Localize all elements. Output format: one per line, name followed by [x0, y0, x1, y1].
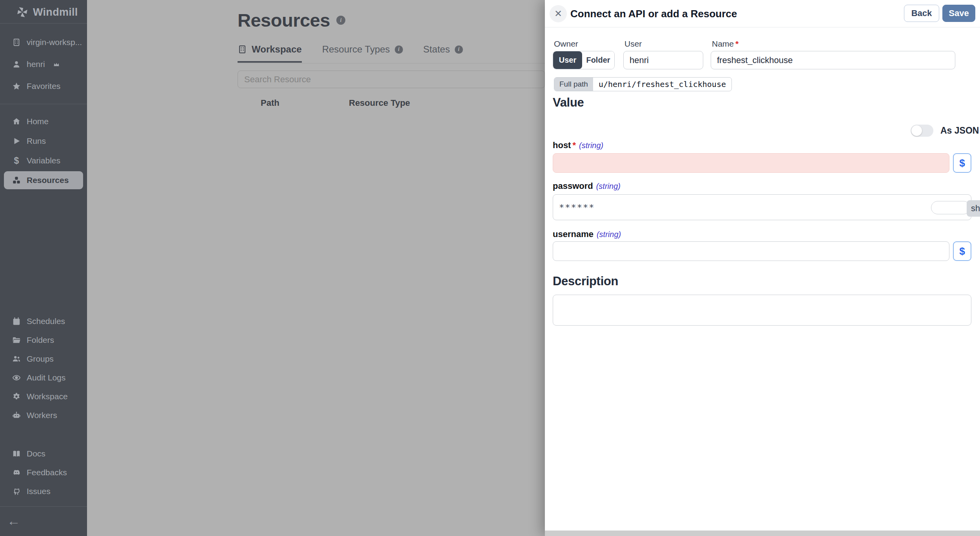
- windmill-pinwheel-icon: [16, 5, 29, 19]
- info-icon[interactable]: i: [455, 45, 463, 54]
- description-heading: Description: [553, 274, 618, 288]
- nav-label: Issues: [27, 487, 51, 496]
- divider: [0, 104, 87, 104]
- tab-label: Workspace: [252, 44, 302, 55]
- sidebar: Windmill virgin-worksp... henri Favorite…: [0, 0, 87, 536]
- toggle-knob: [911, 125, 922, 136]
- nav-label: Home: [27, 117, 49, 126]
- tab-label: Resource Types: [322, 44, 390, 55]
- users-icon: [12, 355, 21, 363]
- close-icon[interactable]: ✕: [550, 5, 567, 22]
- search-input[interactable]: [238, 71, 545, 88]
- page-title: Resources: [238, 9, 330, 31]
- sidebar-item-runs[interactable]: Runs: [0, 131, 87, 151]
- description-textarea[interactable]: [553, 295, 971, 326]
- owner-option-user[interactable]: User: [553, 51, 582, 69]
- name-label: Name*: [712, 39, 739, 49]
- sidebar-item-workspace-switcher[interactable]: virgin-worksp...: [0, 31, 87, 53]
- github-icon: [12, 487, 21, 496]
- sidebar-item-favorites[interactable]: Favorites: [0, 75, 87, 97]
- username: henri: [27, 60, 45, 69]
- brand-name: Windmill: [33, 6, 78, 18]
- building-icon: [12, 38, 21, 47]
- sidebar-item-issues[interactable]: Issues: [0, 482, 87, 501]
- divider: [0, 23, 87, 24]
- username-field-label: username(string): [553, 229, 621, 239]
- dollar-icon: $: [12, 156, 21, 166]
- nav-label: Workspace: [27, 392, 68, 401]
- sidebar-item-variables[interactable]: $ Variables: [0, 151, 87, 170]
- nav-label: Workers: [27, 411, 57, 420]
- collapse-sidebar-button[interactable]: ←: [7, 514, 20, 527]
- sidebar-item-user[interactable]: henri: [0, 53, 87, 75]
- divider: [0, 506, 87, 507]
- user-icon: [12, 60, 21, 69]
- sidebar-item-resources[interactable]: Resources: [0, 170, 87, 190]
- sidebar-item-feedbacks[interactable]: Feedbacks: [0, 463, 87, 482]
- username-input[interactable]: [553, 241, 949, 261]
- password-reveal-pill[interactable]: [931, 201, 970, 214]
- full-path-badge: Full path: [554, 78, 593, 91]
- tab-workspace[interactable]: Workspace: [238, 44, 302, 63]
- nav-label: Runs: [27, 136, 46, 146]
- nav-label: Schedules: [27, 317, 65, 326]
- discord-icon: [12, 468, 21, 477]
- variable-picker-button[interactable]: $: [953, 241, 971, 261]
- host-field-label: host*(string): [553, 140, 603, 150]
- sidebar-item-groups[interactable]: Groups: [0, 349, 87, 368]
- eye-icon: [12, 373, 21, 382]
- sidebar-item-home[interactable]: Home: [0, 112, 87, 131]
- workspace-name: virgin-worksp...: [27, 38, 82, 47]
- user-label: User: [624, 39, 642, 49]
- sidebar-item-workspace-settings[interactable]: Workspace: [0, 387, 87, 406]
- robot-icon: [12, 411, 21, 420]
- back-button[interactable]: Back: [904, 5, 939, 22]
- tab-states[interactable]: States i: [423, 44, 463, 61]
- full-path-value: u/henri/freshest_clickhouse: [593, 78, 731, 91]
- sidebar-item-audit-logs[interactable]: Audit Logs: [0, 368, 87, 387]
- nav-label: Docs: [27, 449, 45, 458]
- sidebar-item-docs[interactable]: Docs: [0, 444, 87, 463]
- tab-label: States: [423, 44, 450, 55]
- value-section-heading: Value: [553, 96, 584, 110]
- info-icon[interactable]: i: [336, 16, 345, 25]
- resource-name-input[interactable]: [711, 51, 955, 69]
- building-icon: [238, 45, 247, 54]
- info-icon[interactable]: i: [395, 45, 403, 54]
- type-hint: (string): [579, 141, 603, 150]
- nav-label: Audit Logs: [27, 373, 65, 382]
- sidebar-item-folders[interactable]: Folders: [0, 331, 87, 349]
- show-password-button[interactable]: sh: [967, 200, 980, 217]
- full-path: Full path u/henri/freshest_clickhouse: [554, 77, 732, 91]
- star-icon: [12, 82, 21, 91]
- sidebar-item-workers[interactable]: Workers: [0, 406, 87, 425]
- boxes-icon: [12, 176, 21, 185]
- as-json-label: As JSON: [940, 125, 979, 137]
- nav-label: Feedbacks: [27, 468, 67, 477]
- resource-drawer: ✕ Connect an API or add a Resource Back …: [545, 0, 980, 536]
- book-icon: [12, 449, 21, 458]
- owner-user-input[interactable]: [623, 51, 703, 69]
- drawer-title: Connect an API or add a Resource: [570, 0, 737, 27]
- owner-option-folder[interactable]: Folder: [582, 51, 614, 69]
- folder-icon: [12, 336, 21, 344]
- host-input[interactable]: [553, 153, 949, 173]
- owner-label: Owner: [554, 39, 578, 49]
- column-header-path: Path: [261, 98, 279, 108]
- windmill-logo[interactable]: Windmill: [16, 5, 78, 19]
- type-hint: (string): [596, 182, 621, 190]
- crown-icon: [53, 62, 60, 67]
- tab-resource-types[interactable]: Resource Types i: [322, 44, 403, 61]
- variable-picker-button[interactable]: $: [953, 153, 971, 173]
- favorites-label: Favorites: [27, 81, 60, 91]
- as-json-toggle[interactable]: [911, 125, 933, 137]
- sidebar-item-schedules[interactable]: Schedules: [0, 312, 87, 331]
- owner-toggle: User Folder: [553, 51, 615, 69]
- drawer-header: ✕ Connect an API or add a Resource Back …: [545, 0, 980, 27]
- home-icon: [12, 117, 21, 126]
- type-hint: (string): [597, 230, 621, 239]
- password-input[interactable]: [553, 194, 971, 220]
- save-button[interactable]: Save: [942, 5, 975, 22]
- required-asterisk: *: [735, 39, 739, 48]
- horizontal-scrollbar[interactable]: [545, 531, 980, 536]
